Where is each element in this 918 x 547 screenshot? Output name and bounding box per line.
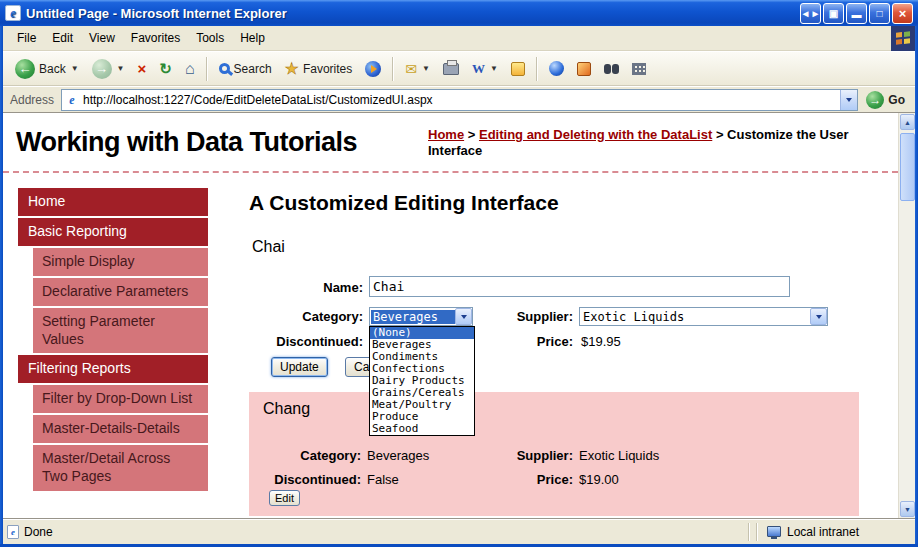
sidebar-item-master-detail-two-pages[interactable]: Master/Detail Across Two Pages [33,445,208,491]
grid-tool-button[interactable] [626,59,652,79]
breadcrumb: Home > Editing and Deleting with the Dat… [428,127,873,159]
go-button[interactable]: → Go [858,91,911,109]
supplier-select[interactable]: Exotic Liquids [579,307,828,326]
breadcrumb-separator: > [716,127,724,142]
view-discontinued-label: Discontinued: [249,472,361,487]
supplier-select-value: Exotic Liquids [580,310,810,324]
mail-button[interactable]: ✉ ▼ [399,57,436,81]
media-button[interactable] [359,57,387,81]
breadcrumb-section-link[interactable]: Editing and Deleting with the DataList [479,127,712,142]
scroll-down-icon[interactable]: ▼ [900,501,915,517]
view-price-label: Price: [458,472,573,487]
favorites-star-icon: ★ [285,59,299,78]
titlebar-buttons: ◄► ▣ ▬ □ × [800,3,913,24]
category-dropdown-list[interactable]: (None) Beverages Condiments Confections … [369,326,475,436]
sidebar-item-simple-display[interactable]: Simple Display [33,248,208,276]
sidebar-item-filter-by-dropdown-list[interactable]: Filter by Drop-Down List [33,385,208,413]
extra-tool-button-2[interactable] [571,58,597,80]
window-title: Untitled Page - Microsoft Internet Explo… [26,6,800,21]
mail-dropdown-icon[interactable]: ▼ [422,64,430,73]
messenger-button[interactable] [505,58,531,80]
browser-window: e Untitled Page - Microsoft Internet Exp… [0,0,918,547]
back-label: Back [39,62,66,76]
update-button[interactable]: Update [271,357,328,377]
toolbar: ← Back ▼ → ▼ × ↻ ⌂ Search ★ Favorites ✉ … [3,51,915,86]
back-dropdown-icon[interactable]: ▼ [71,64,79,73]
menu-tools[interactable]: Tools [188,27,232,49]
name-input[interactable] [369,276,790,297]
titlebar-extra-button[interactable]: ▣ [823,3,844,24]
stop-button[interactable]: × [132,56,153,81]
address-combo[interactable]: e http://localhost:1227/Code/EditDeleteD… [61,89,858,111]
status-separator [748,523,750,541]
sidebar-item-setting-parameter-values[interactable]: Setting Parameter Values [33,308,208,354]
page-content: Working with Data Tutorials Home > Editi… [3,113,915,518]
titlebar[interactable]: e Untitled Page - Microsoft Internet Exp… [0,0,918,26]
search-button[interactable]: Search [213,58,278,80]
window-frame [0,26,3,547]
word-icon: W [472,61,485,77]
supplier-select-arrow-icon[interactable] [810,308,827,325]
dropdown-option-seafood[interactable]: Seafood [370,423,474,435]
site-title: Working with Data Tutorials [16,127,357,158]
sidebar-item-basic-reporting[interactable]: Basic Reporting [18,218,208,246]
forward-button[interactable]: → ▼ [86,55,131,83]
sidebar-item-declarative-parameters[interactable]: Declarative Parameters [33,278,208,306]
view-discontinued-value: False [367,472,399,487]
blue-ball-icon [549,61,564,76]
binoculars-icon [604,64,619,74]
edit-button[interactable]: Edit [269,490,300,506]
minimize-button[interactable]: ▬ [846,3,867,24]
orange-tool-icon [577,62,591,76]
refresh-button[interactable]: ↻ [153,56,178,82]
menu-file[interactable]: File [9,27,44,49]
menubar: File Edit View Favorites Tools Help [3,26,915,51]
scroll-up-icon[interactable]: ▲ [900,114,915,130]
back-button[interactable]: ← Back ▼ [9,55,85,83]
address-dropdown-icon[interactable] [840,90,857,110]
price-label: Price: [458,334,573,349]
status-separator [756,523,758,541]
messenger-icon [511,62,525,76]
sidebar-item-home[interactable]: Home [18,188,208,216]
edit-dropdown-icon[interactable]: ▼ [490,64,498,73]
breadcrumb-home-link[interactable]: Home [428,127,464,142]
maximize-button[interactable]: □ [869,3,890,24]
page-title: A Customized Editing Interface [249,191,559,215]
category-select-value: Beverages [371,310,455,324]
research-button[interactable] [598,60,625,78]
category-label: Category: [246,309,363,324]
address-input[interactable]: http://localhost:1227/Code/EditDeleteDat… [83,93,840,107]
name-label: Name: [246,280,363,295]
scrollbar-thumb[interactable] [900,133,915,201]
local-intranet-icon [767,526,781,537]
view-price-value: $19.00 [579,472,619,487]
menu-favorites[interactable]: Favorites [123,27,188,49]
home-icon: ⌂ [185,60,195,78]
edit-with-word-button[interactable]: W ▼ [466,57,504,81]
forward-dropdown-icon[interactable]: ▼ [117,64,125,73]
nav-arrows-button[interactable]: ◄► [800,3,821,24]
close-button[interactable]: × [892,3,913,24]
back-icon: ← [15,59,35,79]
print-icon [443,63,459,75]
price-value: $19.95 [581,334,621,349]
view-item-chang: Chang Category: Beverages Supplier: Exot… [249,392,859,516]
breadcrumb-separator: > [468,127,476,142]
menu-view[interactable]: View [81,27,123,49]
sidebar-item-filtering-reports[interactable]: Filtering Reports [18,355,208,383]
extra-tool-button-1[interactable] [543,57,570,80]
favorites-label: Favorites [303,62,352,76]
view-supplier-value: Exotic Liquids [579,448,659,463]
toolbar-separator [392,57,394,81]
favorites-button[interactable]: ★ Favorites [279,55,359,82]
print-button[interactable] [437,59,465,79]
go-arrow-icon: → [866,91,884,109]
home-button[interactable]: ⌂ [179,56,201,82]
zone-text: Local intranet [787,525,859,539]
menu-help[interactable]: Help [232,27,273,49]
menu-edit[interactable]: Edit [44,27,81,49]
refresh-icon: ↻ [159,60,172,78]
vertical-scrollbar[interactable]: ▲ ▼ [898,113,915,518]
sidebar-item-master-details-details[interactable]: Master-Details-Details [33,415,208,443]
